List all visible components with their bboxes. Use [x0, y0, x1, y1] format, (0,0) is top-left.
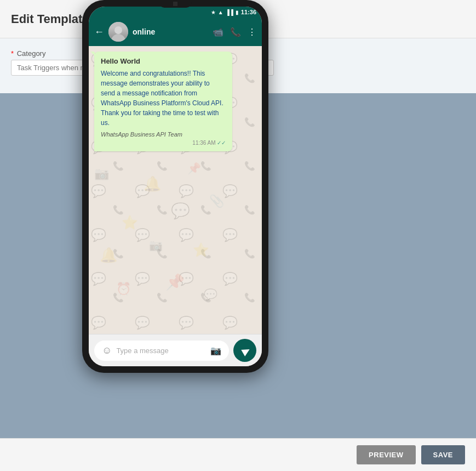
svg-text:📌: 📌: [187, 162, 201, 175]
back-button[interactable]: ←: [94, 26, 104, 38]
send-icon: ▶: [239, 343, 252, 357]
status-time: 11:36: [241, 9, 256, 15]
signal-icon: ▐▐: [226, 9, 233, 15]
chat-input-area: ☺ Type a message 📷 ▶: [89, 334, 262, 366]
contact-avatar: [108, 22, 128, 42]
message-title: Hello World: [101, 57, 226, 65]
contact-name: online: [133, 27, 208, 36]
message-input[interactable]: Type a message: [116, 347, 206, 355]
message-sender: WhatsApp Business API Team: [101, 131, 226, 138]
svg-text:📎: 📎: [209, 194, 225, 208]
read-receipt-icon: ✓✓: [217, 140, 226, 146]
chat-messages: Hello World Welcome and congratulations!…: [89, 46, 262, 157]
preview-button[interactable]: PREVIEW: [357, 445, 415, 464]
emoji-icon[interactable]: ☺: [102, 345, 112, 356]
svg-text:⏰: ⏰: [116, 281, 131, 296]
svg-text:🔔: 🔔: [144, 175, 162, 192]
svg-text:💬: 💬: [171, 202, 190, 220]
phone-screen: ★ ▲ ▐▐ ▮ 11:36 ← online 📹 📞 ⋮: [89, 7, 262, 366]
chat-area: 💬 ⏰ 📌 📎 💬 ⏰ 📷 🔔 📌 ⭐ 💬 📎 🔔 📷 ⭐ ⏰: [89, 46, 262, 334]
whatsapp-header: ← online 📹 📞 ⋮: [89, 18, 262, 46]
contact-info: online: [133, 27, 208, 36]
svg-text:📷: 📷: [149, 239, 163, 252]
bottom-bar: PREVIEW SAVE: [0, 438, 476, 471]
chat-input-box: ☺ Type a message 📷: [94, 341, 229, 361]
wifi-icon: ▲: [218, 9, 223, 15]
more-options-icon[interactable]: ⋮: [248, 27, 256, 37]
svg-text:💬: 💬: [204, 288, 217, 301]
video-call-icon[interactable]: 📹: [213, 27, 223, 37]
send-button[interactable]: ▶: [233, 339, 256, 362]
avatar-head: [114, 26, 122, 34]
save-button[interactable]: SAVE: [421, 445, 465, 464]
avatar-body: [111, 34, 125, 42]
svg-text:⭐: ⭐: [193, 242, 209, 258]
avatar-image: [108, 22, 128, 42]
phone-mockup: ★ ▲ ▐▐ ▮ 11:36 ← online 📹 📞 ⋮: [82, 0, 268, 373]
message-bubble: Hello World Welcome and congratulations!…: [94, 52, 232, 151]
header-actions: 📹 📞 ⋮: [213, 27, 256, 37]
svg-text:⭐: ⭐: [122, 214, 138, 230]
required-marker: *: [11, 49, 14, 58]
camera-icon[interactable]: 📷: [210, 345, 221, 356]
star-icon: ★: [211, 9, 216, 15]
message-time: 11:36 AM ✓✓: [101, 140, 226, 146]
phone-notch: [159, 0, 192, 8]
voice-call-icon[interactable]: 📞: [230, 27, 241, 37]
status-bar: ★ ▲ ▐▐ ▮ 11:36: [89, 7, 262, 18]
battery-icon: ▮: [236, 9, 239, 15]
page-title: Edit Template: [11, 12, 89, 26]
message-body: Welcome and congratulations!! This messa…: [101, 69, 226, 128]
svg-text:📌: 📌: [165, 273, 185, 291]
svg-text:🔔: 🔔: [100, 246, 118, 264]
phone-camera: [173, 2, 177, 6]
status-icons: ★ ▲ ▐▐ ▮ 11:36: [211, 9, 256, 15]
svg-text:📷: 📷: [94, 166, 110, 181]
